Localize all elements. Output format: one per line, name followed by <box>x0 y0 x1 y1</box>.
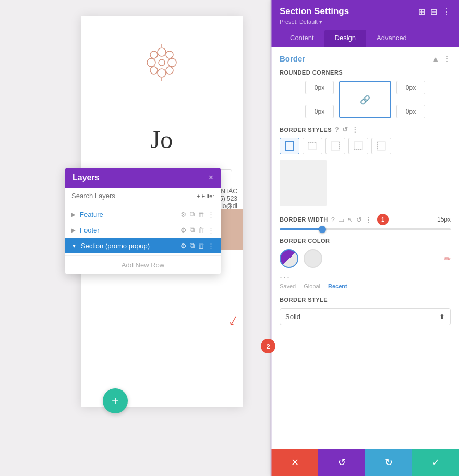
more-icon-footer[interactable]: ⋮ <box>208 226 214 234</box>
grid-icon[interactable]: ⊞ <box>418 7 425 17</box>
border-width-cursor-icon[interactable]: ↖ <box>347 216 353 224</box>
corners-layout: 🔗 <box>280 81 451 118</box>
svg-point-2 <box>147 58 155 67</box>
slider-thumb[interactable] <box>319 226 326 233</box>
color-swatch-white[interactable] <box>304 249 322 268</box>
copy-icon-section[interactable]: ⧉ <box>190 241 195 250</box>
border-preview-box <box>280 160 327 206</box>
filter-button[interactable]: + Filter <box>197 193 214 199</box>
save-button[interactable]: ✓ <box>412 449 459 476</box>
columns-icon[interactable]: ⊟ <box>430 7 437 17</box>
reset-icon: ↺ <box>338 457 346 468</box>
corner-top-left[interactable] <box>305 81 334 94</box>
canvas-area: Jo Name CONTAC (135) 523 hello@di + ↓ La… <box>0 0 271 476</box>
layers-close-button[interactable]: × <box>209 173 213 182</box>
page-name-section: Jo <box>81 109 243 164</box>
border-more-icon[interactable]: ⋮ <box>443 55 451 63</box>
reset-button[interactable]: ↺ <box>318 449 365 476</box>
color-tabs: Saved Global Recent <box>280 283 451 289</box>
svg-point-8 <box>159 59 165 66</box>
svg-rect-19 <box>377 142 385 150</box>
delete-icon-footer[interactable]: 🗑 <box>198 226 204 234</box>
border-style-top-btn[interactable] <box>303 138 322 154</box>
more-icon-section[interactable]: ⋮ <box>208 242 214 250</box>
layer-item-feature[interactable]: ▶ Feature ⚙ ⧉ 🗑 ⋮ <box>65 206 221 222</box>
collapse-icon[interactable]: ▲ <box>432 55 439 63</box>
settings-preset[interactable]: Preset: Default ▾ <box>280 19 451 26</box>
jo-text: Jo <box>151 126 173 153</box>
copy-icon-footer[interactable]: ⧉ <box>190 226 195 234</box>
color-tab-recent[interactable]: Recent <box>328 283 347 289</box>
border-width-reset-icon[interactable]: ↺ <box>356 216 362 224</box>
right-corners <box>396 81 425 118</box>
color-tab-saved[interactable]: Saved <box>280 283 296 289</box>
layer-name-footer: Footer <box>80 226 177 234</box>
settings-icon-footer[interactable]: ⚙ <box>180 226 187 234</box>
left-corners <box>305 81 334 118</box>
border-width-more-icon[interactable]: ⋮ <box>365 216 372 224</box>
layer-expand-footer: ▶ <box>71 227 76 233</box>
settings-footer: ✕ ↺ ↻ ✓ <box>271 449 459 476</box>
layer-item-section-promo[interactable]: ▼ Section (promo popup) ⚙ ⧉ 🗑 ⋮ <box>65 238 221 253</box>
delete-icon-feature[interactable]: 🗑 <box>198 211 204 218</box>
layers-panel: Layers × + Filter ▶ Feature ⚙ ⧉ 🗑 ⋮ ▶ <box>65 168 221 274</box>
color-tab-global[interactable]: Global <box>304 283 320 289</box>
border-style-solid-btn[interactable] <box>280 138 299 154</box>
border-section: Border ▲ ⋮ Rounded Corners 🔗 <box>271 47 459 340</box>
settings-header-icons: ⊞ ⊟ ⋮ <box>418 7 451 17</box>
border-section-title: Border <box>280 54 305 63</box>
settings-icon-section[interactable]: ⚙ <box>180 242 187 250</box>
layer-icons-footer: ⚙ ⧉ 🗑 ⋮ <box>180 226 214 234</box>
resize-handle[interactable] <box>270 0 272 476</box>
layer-item-footer[interactable]: ▶ Footer ⚙ ⧉ 🗑 ⋮ <box>65 222 221 238</box>
rounded-corners-subsection: Rounded Corners 🔗 <box>280 69 451 118</box>
settings-icon-feature[interactable]: ⚙ <box>180 211 187 218</box>
border-style-dropdown-value: Solid <box>285 313 300 321</box>
redo-button[interactable]: ↻ <box>365 449 412 476</box>
border-width-help-icon[interactable]: ? <box>331 216 335 224</box>
link-corners-icon[interactable]: 🔗 <box>360 95 370 105</box>
border-style-left-btn[interactable] <box>371 138 391 154</box>
border-style-bottom-btn[interactable] <box>348 138 368 154</box>
more-icon-feature[interactable]: ⋮ <box>208 211 214 218</box>
svg-rect-13 <box>308 143 317 149</box>
tab-design[interactable]: Design <box>324 30 366 47</box>
more-border-style-icon[interactable]: ⋮ <box>352 126 359 133</box>
reset-border-style-icon[interactable]: ↺ <box>342 126 348 133</box>
border-width-subsection: Border Width ? ▭ ↖ ↺ ⋮ 1 15px <box>280 214 451 230</box>
delete-icon-section[interactable]: 🗑 <box>198 242 204 250</box>
add-icon: + <box>112 394 119 408</box>
settings-title-row: Section Settings ⊞ ⊟ ⋮ <box>280 6 451 17</box>
color-swatch-mixed[interactable] <box>280 249 298 268</box>
cancel-button[interactable]: ✕ <box>271 449 318 476</box>
border-style-dropdown-subsection: Border Style Solid ⬍ <box>280 297 451 325</box>
border-width-device-icon[interactable]: ▭ <box>338 216 344 224</box>
layers-header: Layers × <box>65 168 221 188</box>
settings-header: Section Settings ⊞ ⊟ ⋮ Preset: Default ▾… <box>271 0 459 47</box>
layers-search-row: + Filter <box>65 188 221 204</box>
badge-2: 2 <box>261 339 275 353</box>
save-icon: ✓ <box>432 457 440 468</box>
tab-content[interactable]: Content <box>280 30 324 47</box>
copy-icon-feature[interactable]: ⧉ <box>190 210 195 218</box>
corner-bottom-left[interactable] <box>305 105 334 118</box>
tab-advanced[interactable]: Advanced <box>366 30 417 47</box>
add-new-row-button[interactable]: Add New Row <box>65 255 221 274</box>
border-style-dropdown[interactable]: Solid ⬍ <box>280 308 451 325</box>
layers-search-input[interactable] <box>71 192 192 200</box>
dots-row: ··· <box>280 272 451 283</box>
badge-1: 1 <box>377 214 389 225</box>
border-width-slider[interactable] <box>280 228 451 230</box>
add-section-button[interactable]: + <box>103 388 128 413</box>
svg-point-6 <box>150 67 158 74</box>
more-options-icon[interactable]: ⋮ <box>442 7 451 17</box>
pencil-icon[interactable]: ✏ <box>444 254 451 264</box>
help-icon[interactable]: ? <box>335 126 339 133</box>
page-top-decoration <box>81 16 243 109</box>
corner-bottom-right[interactable] <box>396 105 425 118</box>
settings-tabs: Content Design Advanced <box>280 30 451 47</box>
layer-expand-feature: ▶ <box>71 212 76 217</box>
corner-top-right[interactable] <box>396 81 425 94</box>
border-style-right-btn[interactable] <box>325 138 345 154</box>
settings-panel: Section Settings ⊞ ⊟ ⋮ Preset: Default ▾… <box>271 0 459 476</box>
